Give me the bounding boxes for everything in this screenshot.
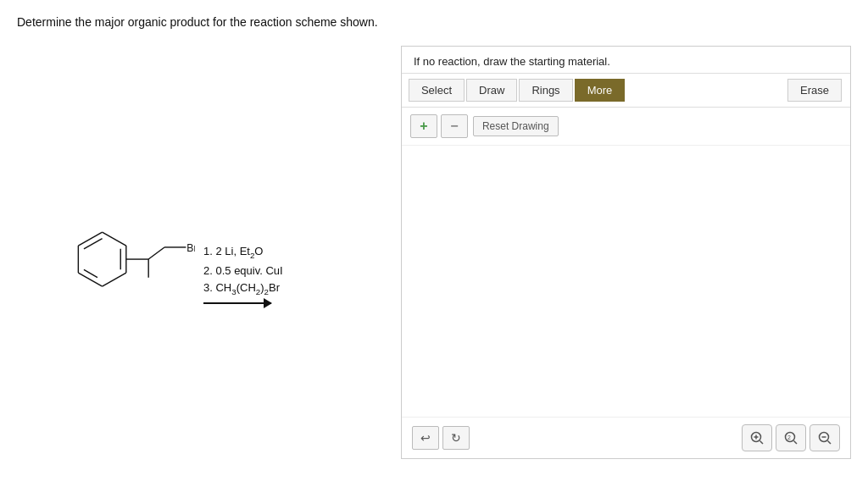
svg-line-3 — [103, 273, 126, 286]
molecule-svg: Br — [25, 206, 195, 341]
more-button[interactable]: More — [575, 79, 626, 102]
zoom-reset-button[interactable]: 2 — [776, 424, 806, 451]
svg-line-21 — [828, 441, 832, 445]
zoom-in-button[interactable] — [742, 424, 772, 451]
zoom-out-icon — [817, 430, 832, 445]
drawing-tool: If no reaction, draw the starting materi… — [401, 46, 851, 459]
question-text: Determine the major organic product for … — [0, 0, 868, 37]
main-content: Br 1. 2 Li, Et2O 2. 0.5 equiv. CuI 3. CH… — [0, 37, 868, 459]
add-atom-button[interactable]: + — [410, 114, 437, 138]
br-label: Br — [186, 242, 195, 254]
rings-button[interactable]: Rings — [519, 79, 572, 102]
condition-3: 3. CH3(CH2)2Br — [203, 279, 280, 298]
select-button[interactable]: Select — [409, 79, 465, 102]
toolbar: Select Draw Rings More Erase — [402, 74, 850, 108]
draw-button[interactable]: Draw — [466, 79, 517, 102]
svg-line-1 — [103, 232, 126, 246]
drawing-canvas[interactable] — [402, 146, 850, 417]
svg-line-10 — [148, 247, 164, 259]
reset-drawing-button[interactable]: Reset Drawing — [473, 116, 559, 136]
svg-line-0 — [78, 232, 102, 246]
undo-redo-group: ↩ ↻ — [412, 426, 470, 450]
erase-button[interactable]: Erase — [787, 79, 842, 102]
svg-text:2: 2 — [787, 434, 791, 440]
condition-2: 2. 0.5 equiv. CuI — [203, 263, 283, 280]
zoom-in-icon — [749, 430, 765, 445]
page-container: Determine the major organic product for … — [0, 0, 868, 498]
reaction-container: Br 1. 2 Li, Et2O 2. 0.5 equiv. CuI 3. CH… — [25, 206, 283, 341]
reaction-arrow — [203, 302, 271, 304]
arrow-container — [203, 302, 271, 304]
condition-1: 1. 2 Li, Et2O — [203, 243, 263, 262]
svg-line-4 — [78, 273, 102, 286]
reaction-conditions: 1. 2 Li, Et2O 2. 0.5 equiv. CuI 3. CH3(C… — [203, 243, 283, 303]
molecule-area: Br 1. 2 Li, Et2O 2. 0.5 equiv. CuI 3. CH… — [17, 37, 384, 459]
remove-atom-button[interactable]: − — [441, 114, 468, 138]
svg-line-8 — [84, 269, 97, 277]
tool-header: If no reaction, draw the starting materi… — [402, 47, 850, 74]
svg-line-6 — [84, 239, 103, 249]
zoom-reset-icon: 2 — [783, 430, 798, 445]
zoom-controls-group: 2 — [742, 424, 840, 451]
bottom-controls: ↩ ↻ — [402, 417, 850, 458]
svg-line-14 — [760, 441, 764, 445]
undo-button[interactable]: ↩ — [412, 426, 439, 450]
redo-button[interactable]: ↻ — [442, 426, 470, 450]
drawing-controls: + − Reset Drawing — [402, 108, 850, 146]
zoom-out-button[interactable] — [810, 424, 840, 451]
svg-line-18 — [794, 441, 798, 445]
